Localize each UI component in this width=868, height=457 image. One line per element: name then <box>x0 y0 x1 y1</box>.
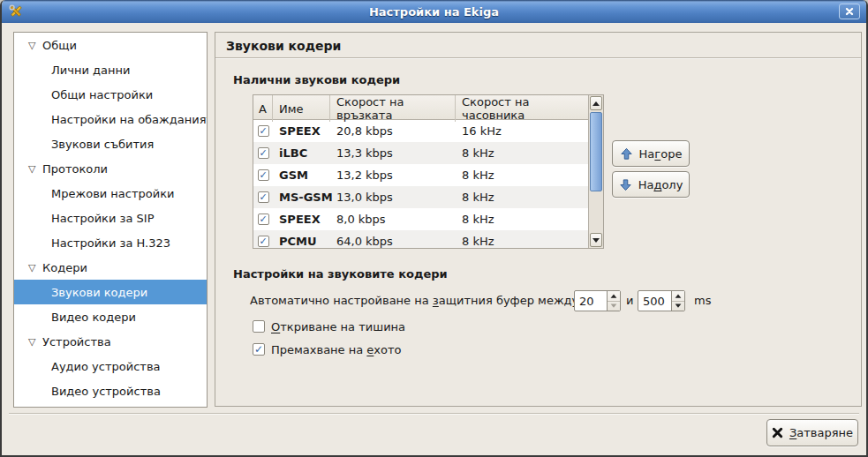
sidebar-item-network-settings[interactable]: Мрежови настройки <box>14 181 207 206</box>
sidebar-item-personal-data[interactable]: Лични данни <box>14 57 207 82</box>
echo-cancellation-checkbox[interactable]: ✓ Премахване на ехото <box>253 342 402 356</box>
move-up-button[interactable]: Нагоре <box>612 140 690 167</box>
window-title: Настройки на Ekiga <box>2 5 866 19</box>
sidebar-item-general[interactable]: ▽ Общи <box>14 33 207 57</box>
jitter-min-spinner <box>607 291 620 311</box>
sidebar-item-video-devices[interactable]: Видео устройства <box>14 378 207 403</box>
expander-icon[interactable]: ▽ <box>28 336 42 348</box>
codec-enabled-checkbox[interactable]: ✓ <box>258 169 269 181</box>
sidebar-item-h323-settings[interactable]: Настройки за H.323 <box>14 230 207 255</box>
echo-cancellation-label: Премахване на ехото <box>271 343 402 356</box>
expander-icon[interactable]: ▽ <box>28 262 42 273</box>
checkbox-box: ✓ <box>253 343 265 356</box>
arrow-up-icon <box>620 147 633 161</box>
spin-up-button[interactable] <box>672 291 684 302</box>
column-header-clock-rate[interactable]: Скорост на часовника <box>456 95 590 122</box>
spin-up-button[interactable] <box>608 291 620 302</box>
sections-tree: ▽ Общи Лични данни Общи настройки Настро… <box>13 32 208 408</box>
sidebar-item-sound-events[interactable]: Звукови събития <box>14 131 207 156</box>
sidebar-item-audio-codecs[interactable]: Звукови кодери <box>14 280 207 304</box>
table-row[interactable]: ✓ MS-GSM 13,0 kbps 8 kHz <box>253 186 590 208</box>
jitter-max-value[interactable]: 500 <box>638 291 671 311</box>
scroll-down-icon <box>593 238 600 243</box>
codec-enabled-checkbox[interactable]: ✓ <box>258 236 269 247</box>
title-separator <box>215 57 861 59</box>
jitter-buffer-label: Автоматично настройване на защитния буфе… <box>250 290 578 311</box>
table-row[interactable]: ✓ SPEEX 8,0 kbps 8 kHz <box>253 208 590 230</box>
arrow-down-icon <box>619 178 632 191</box>
close-x-icon <box>772 427 783 438</box>
close-button[interactable]: Затваряне <box>766 419 858 446</box>
silence-detection-checkbox[interactable]: Откриване на тишина <box>253 319 405 333</box>
scroll-up-icon <box>593 101 600 106</box>
sidebar-item-general-settings[interactable]: Общи настройки <box>14 82 207 107</box>
column-header-active[interactable]: A <box>253 95 273 122</box>
spin-down-button[interactable] <box>608 302 620 311</box>
jitter-max-spinner <box>671 291 684 311</box>
tools-icon <box>8 4 24 19</box>
table-row[interactable]: ✓ GSM 13,2 kbps 8 kHz <box>253 164 590 186</box>
codec-settings-heading: Настройки на звуковите кодери <box>233 267 448 281</box>
codecs-table: A Име Скорост на връзката Скорост на час… <box>253 94 604 249</box>
table-row[interactable]: ✓ SPEEX 20,8 kbps 16 kHz <box>253 120 590 142</box>
jitter-conjunction-label: и <box>626 290 633 311</box>
codecs-table-header: A Име Скорост на връзката Скорост на час… <box>253 95 590 120</box>
codec-enabled-checkbox[interactable]: ✓ <box>258 147 269 159</box>
spin-up-icon <box>611 294 617 297</box>
scrollbar-thumb[interactable] <box>590 112 602 191</box>
spin-down-icon <box>611 304 617 308</box>
expander-icon[interactable]: ▽ <box>28 40 42 51</box>
checkbox-box <box>253 320 265 333</box>
spin-down-icon <box>676 304 682 308</box>
jitter-unit-label: ms <box>694 290 711 311</box>
table-row[interactable]: ✓ PCMU 64,0 kbps 8 kHz <box>253 230 590 249</box>
sidebar-item-audio-devices[interactable]: Аудио устройства <box>14 354 207 378</box>
jitter-buffer-row: Автоматично настройване на защитния буфе… <box>215 290 863 311</box>
jitter-min-value[interactable]: 20 <box>575 291 607 311</box>
column-header-name[interactable]: Име <box>273 95 330 122</box>
sidebar-item-video-codecs[interactable]: Видео кодери <box>14 304 207 329</box>
spin-down-button[interactable] <box>672 302 684 311</box>
window-close-button[interactable] <box>839 4 860 19</box>
table-scrollbar[interactable] <box>588 95 603 248</box>
footer-separator <box>9 413 859 415</box>
scroll-up-button[interactable] <box>590 96 602 110</box>
scroll-down-button[interactable] <box>590 233 602 247</box>
close-icon <box>845 7 854 16</box>
move-down-label: Надолу <box>638 178 683 191</box>
column-header-bandwidth[interactable]: Скорост на връзката <box>330 95 456 122</box>
move-down-button[interactable]: Надолу <box>612 171 690 198</box>
sidebar-item-devices[interactable]: ▽ Устройства <box>14 329 207 354</box>
page-title: Звукови кодери <box>226 39 341 53</box>
jitter-min-spinbox[interactable]: 20 <box>574 290 621 311</box>
codec-enabled-checkbox[interactable]: ✓ <box>258 125 269 137</box>
main-panel: Звукови кодери Налични звукови кодери A … <box>215 32 862 407</box>
move-up-label: Нагоре <box>639 147 683 161</box>
jitter-max-spinbox[interactable]: 500 <box>638 290 685 311</box>
spin-up-icon <box>676 294 682 297</box>
titlebar[interactable]: Настройки на Ekiga <box>2 0 866 23</box>
preferences-window: Настройки на Ekiga ▽ Общи Лични данни Об… <box>0 0 868 457</box>
codec-enabled-checkbox[interactable]: ✓ <box>258 191 269 203</box>
sidebar-item-call-options[interactable]: Настройки на обажданията <box>14 107 207 131</box>
sidebar-item-sip-settings[interactable]: Настройки за SIP <box>14 206 207 230</box>
silence-detection-label: Откриване на тишина <box>271 320 405 333</box>
sidebar-item-protocols[interactable]: ▽ Протоколи <box>14 156 207 181</box>
available-codecs-heading: Налични звукови кодери <box>233 73 400 86</box>
sidebar-item-codecs[interactable]: ▽ Кодери <box>14 255 207 280</box>
expander-icon[interactable]: ▽ <box>28 163 42 175</box>
table-row[interactable]: ✓ iLBC 13,3 kbps 8 kHz <box>253 142 590 164</box>
codec-enabled-checkbox[interactable]: ✓ <box>258 214 269 225</box>
close-button-label: Затваряне <box>789 426 853 439</box>
